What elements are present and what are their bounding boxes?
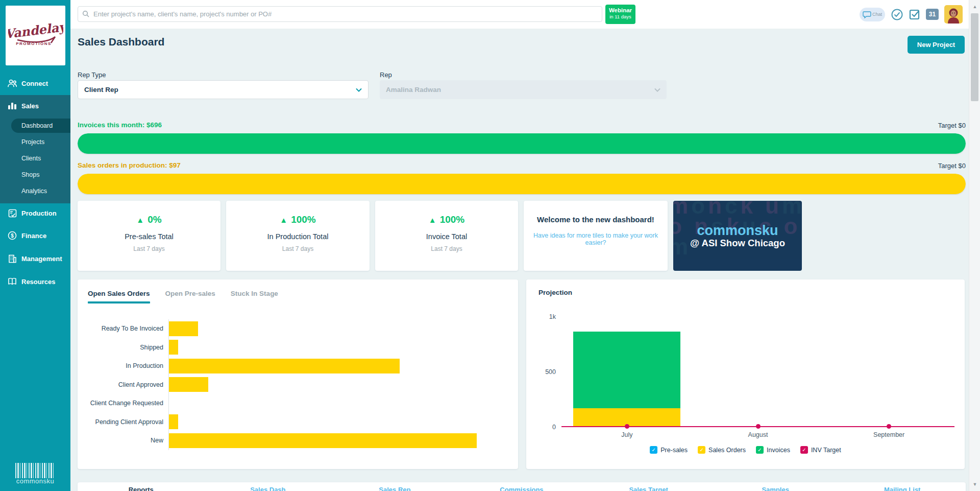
scrollbar-up-arrow[interactable]: ▲ <box>969 1 980 12</box>
projection-ytick: 1k <box>527 313 556 320</box>
hbar-track <box>168 319 510 338</box>
projection-legend: ✓Pre-sales✓Sales Orders✓Invoices✓INV Tar… <box>526 446 965 454</box>
sidebar-item-production[interactable]: Production <box>0 204 70 222</box>
bottom-link-sales-target[interactable]: Sales Target <box>585 486 712 491</box>
legend-item-pre-sales[interactable]: ✓Pre-sales <box>650 446 688 454</box>
projection-ytick: 0 <box>527 424 556 431</box>
legend-checkbox[interactable]: ✓ <box>698 446 705 454</box>
projection-month-label: July <box>621 431 632 438</box>
hbar-track <box>168 394 510 413</box>
sidebar-item-projects[interactable]: Projects <box>0 135 70 149</box>
reports-link-strip: ReportsSales DashSales RepCommissionsSal… <box>78 482 966 491</box>
tab-stuck-in-stage[interactable]: Stuck In Stage <box>231 290 278 303</box>
stat-title: In Production Total <box>226 232 370 241</box>
hbar-category-label: Ready To Be Invoiced <box>83 325 168 332</box>
hbar-track <box>168 413 510 432</box>
legend-label: Invoices <box>767 447 790 454</box>
bottom-link-sales-rep[interactable]: Sales Rep <box>331 486 458 491</box>
stat-card-in-production: ▲100% In Production Total Last 7 days <box>226 201 370 271</box>
sidebar: Vandelay PROMOTIONS Connect Sales Dashbo… <box>0 0 70 491</box>
bottom-link-commissions[interactable]: Commissions <box>458 486 585 491</box>
stat-card-invoice: ▲100% Invoice Total Last 7 days <box>375 201 518 271</box>
scrollbar-down-arrow[interactable]: ▼ <box>969 479 980 490</box>
tab-open-pre-sales[interactable]: Open Pre-sales <box>165 290 215 303</box>
chevron-down-icon <box>653 86 662 94</box>
legend-item-sales-orders[interactable]: ✓Sales Orders <box>698 446 746 454</box>
bottom-link-reports[interactable]: Reports <box>78 486 205 491</box>
triangle-up-icon: ▲ <box>280 216 287 224</box>
vertical-scrollbar[interactable]: ▲ ▼ <box>969 0 980 491</box>
check-circle-icon[interactable] <box>891 8 903 21</box>
hbar-row: Ready To Be Invoiced <box>83 319 510 338</box>
sidebar-item-dashboard[interactable]: Dashboard <box>0 119 70 133</box>
scrollbar-thumb[interactable] <box>971 13 978 101</box>
promo-tile-asi-show[interactable]: monck umo nskuc om commonsku @ ASI Show … <box>673 201 802 271</box>
legend-checkbox[interactable]: ✓ <box>756 446 764 454</box>
legend-item-invoices[interactable]: ✓Invoices <box>756 446 790 454</box>
commonsku-wordmark: commonsku <box>16 477 55 485</box>
hbar-row: Pending Client Approval <box>83 413 510 432</box>
new-project-button[interactable]: New Project <box>908 36 965 54</box>
legend-checkbox[interactable]: ✓ <box>800 446 808 454</box>
stat-period: Last 7 days <box>226 245 370 252</box>
topbar: Webinar in 11 days Chat 31 <box>70 0 980 29</box>
hbar-category-label: Pending Client Approval <box>83 418 168 426</box>
hbar-track <box>168 357 510 376</box>
open-book-icon <box>7 276 18 287</box>
welcome-card: Welcome to the new dashboard! Have ideas… <box>524 201 668 271</box>
sidebar-item-label: Finance <box>21 232 46 240</box>
chat-bubble-icon <box>863 11 871 18</box>
sidebar-item-resources[interactable]: Resources <box>0 273 70 290</box>
rep-select-disabled: Amalina Radwan <box>380 80 667 99</box>
vandelay-logo-image: Vandelay PROMOTIONS <box>8 8 63 63</box>
notification-count-badge[interactable]: 31 <box>926 9 939 20</box>
main-area: Webinar in 11 days Chat 31 <box>70 0 980 491</box>
hbar-bar <box>169 359 400 373</box>
sidebar-item-management[interactable]: Management <box>0 250 70 267</box>
bottom-link-mailing-list[interactable]: Mailing List <box>839 486 966 491</box>
rep-type-value: Client Rep <box>84 86 118 93</box>
chat-button[interactable]: Chat <box>860 8 885 21</box>
sidebar-item-analytics[interactable]: Analytics <box>0 184 70 198</box>
tenant-logo[interactable]: Vandelay PROMOTIONS <box>6 6 65 65</box>
inv-target-point <box>625 424 629 429</box>
stat-change-value: 100% <box>440 214 465 225</box>
hbar-chart: Ready To Be InvoicedShippedIn Production… <box>83 319 510 450</box>
triangle-up-icon: ▲ <box>429 216 436 224</box>
sales-orders-progress-label: Sales orders in production: $97 <box>78 161 181 169</box>
bottom-link-sales-dash[interactable]: Sales Dash <box>205 486 332 491</box>
sidebar-item-label: Resources <box>21 278 55 286</box>
chevron-down-icon <box>355 86 363 94</box>
projection-month-label: September <box>873 431 904 438</box>
feedback-link[interactable]: Have ideas for more tiles to make your w… <box>524 232 668 246</box>
sidebar-subitem-label: Shops <box>21 171 39 178</box>
sidebar-subitem-label: Clients <box>21 155 41 162</box>
hbar-bar <box>169 414 178 429</box>
hbar-bar <box>169 377 208 392</box>
svg-text:PROMOTIONS: PROMOTIONS <box>16 41 52 46</box>
sidebar-item-sales[interactable]: Sales <box>0 97 70 114</box>
sidebar-item-finance[interactable]: $ Finance <box>0 227 70 244</box>
bottom-link-samples[interactable]: Samples <box>712 486 839 491</box>
legend-checkbox[interactable]: ✓ <box>650 446 657 454</box>
tab-open-sales-orders[interactable]: Open Sales Orders <box>88 290 150 303</box>
barcode-logo-image <box>15 463 55 478</box>
welcome-title: Welcome to the new dashboard! <box>524 215 668 224</box>
user-avatar[interactable] <box>944 5 963 24</box>
project-search-input[interactable] <box>78 6 602 22</box>
sidebar-item-label: Sales <box>21 102 39 110</box>
open-orders-card: Open Sales Orders Open Pre-sales Stuck I… <box>78 279 518 469</box>
hbar-row: Client Change Requested <box>83 394 510 413</box>
rep-type-select[interactable]: Client Rep <box>78 80 369 99</box>
webinar-badge[interactable]: Webinar in 11 days <box>605 5 635 24</box>
inv-target-point <box>887 424 891 429</box>
sidebar-item-shops[interactable]: Shops <box>0 168 70 182</box>
hbar-category-label: In Production <box>83 362 168 369</box>
tasks-checkbox-icon[interactable] <box>909 9 920 20</box>
sidebar-item-connect[interactable]: Connect <box>0 75 70 92</box>
invoices-target-label: Target $0 <box>938 122 966 129</box>
svg-text:$: $ <box>11 233 14 239</box>
legend-item-inv-target[interactable]: ✓INV Target <box>800 446 841 454</box>
sales-orders-target-label: Target $0 <box>938 162 966 170</box>
sidebar-item-clients[interactable]: Clients <box>0 151 70 166</box>
